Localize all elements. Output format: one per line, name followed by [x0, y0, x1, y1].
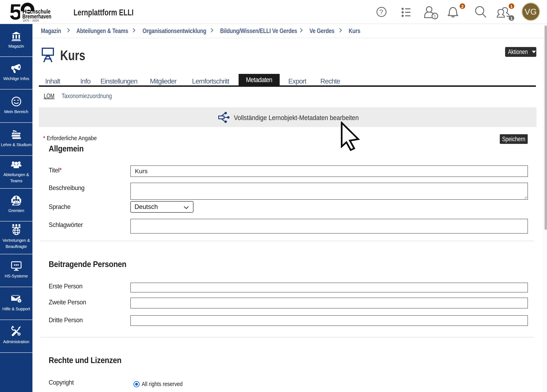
- svg-text:2: 2: [461, 4, 464, 9]
- svg-text:?: ?: [379, 8, 383, 16]
- svg-text:VG: VG: [525, 7, 537, 16]
- svg-text:?: ?: [19, 299, 20, 303]
- svg-text:5: 5: [9, 2, 22, 23]
- svg-text:1: 1: [510, 16, 513, 21]
- svg-text:1975 – 2025: 1975 – 2025: [22, 19, 39, 22]
- svg-text:1: 1: [510, 4, 513, 9]
- svg-text:!: !: [434, 14, 436, 19]
